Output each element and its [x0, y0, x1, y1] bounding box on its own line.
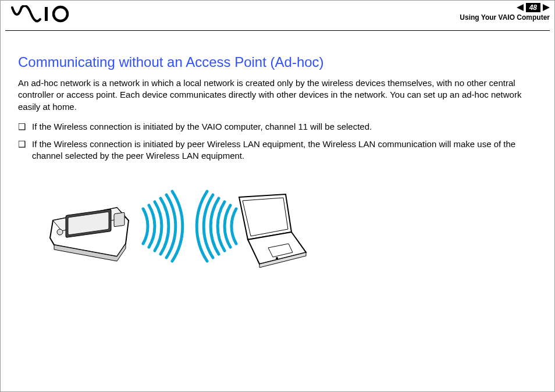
adhoc-illustration [41, 174, 537, 281]
svg-marker-2 [517, 4, 524, 11]
prev-page-icon[interactable] [517, 4, 524, 11]
svg-point-8 [276, 257, 278, 259]
page-heading: Communicating without an Access Point (A… [18, 54, 537, 70]
list-item: ❑ If the Wireless connection is initiate… [18, 121, 537, 133]
page-number: 48 [526, 3, 540, 12]
wireless-signal-icon [143, 191, 183, 261]
svg-rect-0 [45, 7, 48, 21]
list-item: ❑ If the Wireless connection is initiate… [18, 138, 537, 162]
svg-point-6 [57, 229, 63, 235]
list-item-text: If the Wireless connection is initiated … [32, 138, 537, 162]
bullet-list: ❑ If the Wireless connection is initiate… [18, 121, 537, 162]
section-title: Using Your VAIO Computer [460, 13, 550, 22]
svg-marker-3 [543, 4, 550, 11]
next-page-icon[interactable] [543, 4, 550, 11]
wireless-signal-icon [197, 191, 236, 261]
page-content: Communicating without an Access Point (A… [1, 31, 554, 281]
vaio-logo [11, 5, 75, 25]
page-header: 48 Using Your VAIO Computer [5, 1, 550, 31]
pager: 48 [460, 3, 550, 12]
intro-paragraph: An ad-hoc network is a network in which … [18, 77, 537, 113]
handheld-device-icon [50, 208, 129, 261]
bullet-icon: ❑ [18, 138, 32, 150]
svg-point-1 [54, 7, 67, 21]
svg-rect-7 [114, 212, 124, 227]
header-right: 48 Using Your VAIO Computer [460, 3, 550, 22]
laptop-icon [239, 194, 306, 268]
bullet-icon: ❑ [18, 121, 32, 133]
list-item-text: If the Wireless connection is initiated … [32, 121, 372, 133]
